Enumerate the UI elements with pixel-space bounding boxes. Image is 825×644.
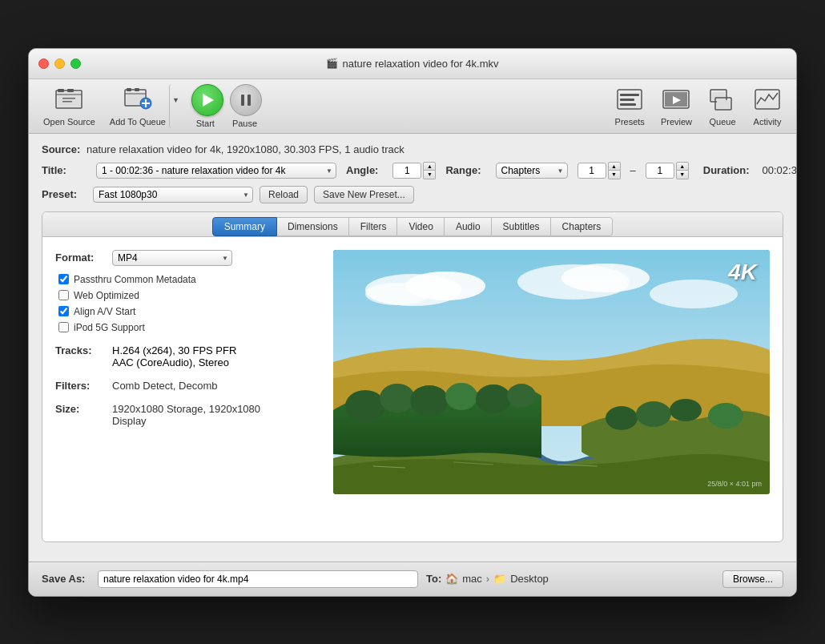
activity-button[interactable]: Activity (748, 84, 787, 128)
start-button[interactable] (191, 84, 223, 116)
size-value: 1920x1080 Storage, 1920x1080 Display (112, 403, 296, 427)
tab-chapters[interactable]: Chapters (550, 217, 614, 236)
checkboxes-group: Passthru Common Metadata Web Optimized A… (58, 274, 296, 333)
open-source-button[interactable]: Open Source (38, 84, 100, 128)
angle-label: Angle: (346, 164, 378, 176)
checkbox-passthru: Passthru Common Metadata (58, 274, 296, 285)
source-value: nature relaxation video for 4k, 1920x108… (87, 143, 404, 155)
tab-dimensions[interactable]: Dimensions (276, 217, 350, 236)
svg-point-38 (476, 384, 511, 413)
title-label: Title: (42, 164, 82, 176)
angle-input[interactable] (392, 163, 421, 179)
maximize-button[interactable] (70, 58, 81, 69)
svg-rect-26 (755, 90, 779, 109)
range-to-up-button[interactable]: ▲ (676, 162, 689, 171)
add-to-queue-button[interactable]: Add To Queue (107, 84, 169, 128)
svg-rect-25 (717, 100, 730, 108)
preset-select-wrapper: Fast 1080p30 (93, 187, 253, 203)
path-arrow: › (486, 573, 489, 585)
save-as-input[interactable] (98, 570, 418, 588)
range-from-up-button[interactable]: ▲ (608, 162, 621, 171)
filters-value: Comb Detect, Decomb (112, 380, 218, 392)
toolbar-right: Presets Preview (610, 84, 787, 128)
ipod-5g-label: iPod 5G Support (74, 322, 145, 333)
size-row: Size: 1920x1080 Storage, 1920x1080 Displ… (55, 403, 296, 427)
minimize-button[interactable] (54, 58, 65, 69)
title-row: Title: 1 - 00:02:36 - nature relaxation … (42, 162, 783, 179)
save-new-preset-button[interactable]: Save New Preset... (314, 186, 414, 203)
passthru-checkbox[interactable] (58, 274, 69, 284)
svg-point-34 (345, 390, 385, 422)
tab-audio[interactable]: Audio (444, 217, 493, 236)
tab-subtitles[interactable]: Subtitles (491, 217, 552, 236)
tab-filters[interactable]: Filters (348, 217, 399, 236)
ipod-5g-checkbox[interactable] (58, 322, 69, 332)
range-to-input[interactable] (646, 163, 674, 179)
tracks-value: H.264 (x264), 30 FPS PFR AAC (CoreAudio)… (112, 344, 236, 368)
queue-icon (708, 86, 737, 115)
preset-select[interactable]: Fast 1080p30 (93, 187, 253, 203)
range-select[interactable]: Chapters (496, 163, 568, 179)
angle-down-button[interactable]: ▼ (423, 171, 436, 179)
preview-button[interactable]: Preview (656, 84, 697, 128)
titlebar: 🎬 nature relaxation video for 4k.mkv (29, 49, 796, 79)
svg-point-42 (670, 399, 702, 421)
queue-button[interactable]: Queue (703, 84, 742, 128)
preset-label: Preset: (42, 188, 82, 200)
activity-icon (753, 86, 782, 115)
main-content: Source: nature relaxation video for 4k, … (29, 134, 796, 561)
close-button[interactable] (38, 58, 49, 69)
range-from-down-button[interactable]: ▼ (608, 171, 621, 179)
presets-button[interactable]: Presets (610, 84, 650, 128)
range-select-wrapper: Chapters (496, 163, 568, 179)
range-to-down-button[interactable]: ▼ (676, 171, 689, 179)
browse-button[interactable]: Browse... (722, 570, 783, 588)
align-av-checkbox[interactable] (58, 306, 69, 316)
presets-icon (615, 86, 644, 115)
pause-label: Pause (232, 119, 257, 128)
web-optimized-label: Web Optimized (74, 290, 139, 301)
reload-button[interactable]: Reload (260, 186, 308, 203)
svg-point-30 (365, 283, 429, 305)
preview-area: 4K 25/8/0 × 4:01 pm (312, 250, 770, 529)
svg-rect-3 (58, 89, 64, 92)
app-window: 🎬 nature relaxation video for 4k.mkv Ope… (28, 48, 797, 597)
svg-point-35 (380, 384, 415, 413)
open-source-icon (54, 86, 83, 115)
format-select-wrapper: MP4 (112, 250, 232, 266)
checkbox-web-optimized: Web Optimized (58, 290, 296, 301)
range-from-stepper: ▲ ▼ (578, 162, 621, 179)
web-optimized-checkbox[interactable] (58, 290, 69, 300)
format-select[interactable]: MP4 (112, 250, 232, 266)
range-to-btns: ▲ ▼ (676, 162, 689, 179)
tracks-row: Tracks: H.264 (x264), 30 FPS PFR AAC (Co… (55, 344, 296, 368)
start-label: Start (196, 119, 215, 128)
checkbox-align-av: Align A/V Start (58, 306, 296, 317)
video-timestamp: 25/8/0 × 4:01 pm (707, 480, 762, 488)
tab-summary[interactable]: Summary (212, 217, 277, 236)
title-select[interactable]: 1 - 00:02:36 - nature relaxation video f… (96, 163, 336, 179)
svg-rect-6 (62, 101, 72, 103)
angle-up-button[interactable]: ▲ (423, 162, 436, 171)
pause-button[interactable] (230, 84, 262, 116)
tab-video[interactable]: Video (396, 217, 445, 236)
svg-rect-10 (127, 88, 131, 91)
svg-rect-18 (620, 103, 636, 106)
save-path-folder: Desktop (510, 573, 549, 585)
preview-label: Preview (661, 117, 692, 127)
add-to-queue-wrapper: Add To Queue ▼ (107, 84, 182, 128)
main-panel: Summary Dimensions Filters Video Audio S… (42, 211, 783, 542)
svg-point-37 (445, 383, 477, 410)
range-dash: – (630, 164, 636, 176)
range-from-input[interactable] (578, 163, 606, 179)
size-label: Size: (55, 403, 107, 415)
preset-row: Preset: Fast 1080p30 Reload Save New Pre… (42, 186, 783, 203)
format-label: Format: (55, 252, 107, 264)
passthru-label: Passthru Common Metadata (74, 274, 196, 285)
svg-point-43 (708, 403, 743, 429)
duration-value: 00:02:36 (763, 164, 797, 176)
add-queue-dropdown-button[interactable]: ▼ (169, 84, 182, 128)
range-from-btns: ▲ ▼ (608, 162, 621, 179)
svg-point-41 (636, 401, 671, 427)
start-pause-group: Start Pause (191, 84, 262, 128)
